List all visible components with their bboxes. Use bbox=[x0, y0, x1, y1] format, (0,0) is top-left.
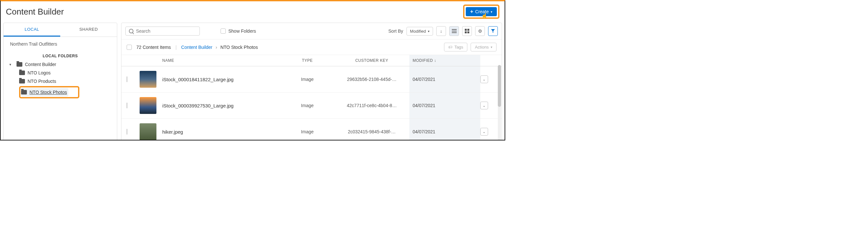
table-row[interactable]: hiker.jpeg Image 2c032415-9845-438f-… 04… bbox=[121, 119, 502, 140]
thumbnail bbox=[140, 71, 156, 88]
cell-modified: 04/07/2021 bbox=[409, 119, 480, 140]
list-icon bbox=[452, 29, 457, 34]
folder-nto-products[interactable]: NTO Products bbox=[19, 77, 113, 85]
folder-label: NTO Logos bbox=[28, 70, 51, 75]
sidebar-tabs: LOCAL SHARED bbox=[4, 23, 117, 37]
thumbnail bbox=[140, 97, 156, 114]
svg-rect-1 bbox=[452, 31, 457, 31]
gear-icon: ⚙ bbox=[478, 29, 482, 34]
cell-name: iStock_000039927530_Large.jpg bbox=[162, 103, 280, 108]
folder-nto-stock-photos[interactable]: NTO Stock Photos bbox=[21, 88, 68, 97]
folder-icon bbox=[17, 62, 22, 67]
chevron-down-icon: ⌄ bbox=[483, 104, 486, 108]
sort-select[interactable]: Modified ▾ bbox=[406, 27, 433, 36]
search-input[interactable] bbox=[136, 29, 196, 34]
row-checkbox[interactable] bbox=[127, 103, 127, 108]
col-name[interactable]: NAME bbox=[162, 58, 280, 63]
svg-rect-4 bbox=[467, 29, 469, 31]
caret-down-icon: ▾ bbox=[491, 10, 492, 13]
row-menu-button[interactable]: ⌄ bbox=[480, 102, 488, 109]
tab-shared[interactable]: SHARED bbox=[60, 23, 117, 37]
create-label: Create bbox=[475, 9, 489, 14]
folder-root[interactable]: ▾ Content Builder bbox=[8, 60, 113, 69]
svg-rect-5 bbox=[465, 31, 467, 33]
row-menu-button[interactable]: ⌄ bbox=[480, 75, 488, 83]
page-header: Content Builder + Create ▾ ☝ bbox=[1, 1, 505, 23]
svg-rect-0 bbox=[452, 29, 457, 30]
caret-down-icon: ▾ bbox=[491, 45, 492, 49]
breadcrumb-root[interactable]: Content Builder bbox=[181, 45, 213, 50]
tags-button[interactable]: 🏷 Tags bbox=[444, 43, 467, 51]
sort-by-label: Sort By bbox=[388, 29, 403, 34]
folders-heading: LOCAL FOLDERS bbox=[4, 51, 117, 60]
org-name: Northern Trail Outfitters bbox=[4, 37, 117, 51]
arrow-down-icon: ↓ bbox=[440, 29, 442, 34]
col-modified[interactable]: MODIFIED ↓ bbox=[409, 55, 480, 66]
svg-rect-2 bbox=[452, 32, 457, 33]
grid-icon bbox=[465, 29, 469, 33]
create-highlight: + Create ▾ ☝ bbox=[463, 4, 499, 19]
divider: | bbox=[176, 45, 177, 50]
col-key[interactable]: CUSTOMER KEY bbox=[334, 58, 409, 63]
search-box[interactable] bbox=[125, 27, 200, 36]
row-checkbox[interactable] bbox=[127, 76, 127, 82]
tag-icon: 🏷 bbox=[448, 45, 453, 49]
folder-icon bbox=[21, 90, 27, 95]
col-type[interactable]: TYPE bbox=[280, 58, 334, 63]
cell-type: Image bbox=[280, 77, 334, 82]
create-button[interactable]: + Create ▾ bbox=[466, 7, 497, 16]
view-list-button[interactable] bbox=[449, 26, 459, 36]
actions-button[interactable]: Actions ▾ bbox=[471, 43, 497, 51]
table-row[interactable]: iStock_000018411822_Large.jpg Image 2963… bbox=[121, 66, 502, 93]
folder-tree: ▾ Content Builder NTO Logos NTO Products bbox=[4, 60, 117, 99]
arrow-down-icon: ↓ bbox=[434, 58, 436, 63]
subheader-actions: 🏷 Tags Actions ▾ bbox=[444, 43, 497, 51]
folder-label: NTO Stock Photos bbox=[29, 90, 67, 95]
svg-rect-3 bbox=[465, 29, 467, 31]
page-title: Content Builder bbox=[6, 7, 64, 17]
checkbox-icon[interactable] bbox=[221, 29, 226, 34]
row-checkbox[interactable] bbox=[127, 129, 127, 135]
chevron-right-icon: › bbox=[216, 45, 217, 50]
toolbar-right: Sort By Modified ▾ ↓ ⚙ bbox=[388, 26, 498, 36]
cell-type: Image bbox=[280, 129, 334, 134]
show-folders-toggle[interactable]: Show Folders bbox=[221, 29, 256, 34]
item-count: 72 Content Items bbox=[136, 45, 171, 50]
main-panel: Show Folders Sort By Modified ▾ ↓ bbox=[121, 23, 502, 140]
search-icon bbox=[129, 29, 133, 33]
cell-key: 42c7711f-ce8c-4b04-8… bbox=[334, 103, 409, 108]
show-folders-label: Show Folders bbox=[228, 29, 256, 34]
cell-modified: 04/07/2021 bbox=[409, 93, 480, 118]
scrollbar[interactable] bbox=[498, 65, 501, 140]
plus-icon: + bbox=[470, 9, 473, 14]
sort-value: Modified bbox=[410, 29, 426, 34]
table-row[interactable]: iStock_000039927530_Large.jpg Image 42c7… bbox=[121, 93, 502, 119]
tags-label: Tags bbox=[455, 45, 463, 49]
breadcrumb-current: NTO Stock Photos bbox=[220, 45, 258, 50]
sidebar: LOCAL SHARED Northern Trail Outfitters L… bbox=[3, 23, 117, 140]
body: LOCAL SHARED Northern Trail Outfitters L… bbox=[1, 23, 505, 140]
view-grid-button[interactable] bbox=[462, 26, 472, 36]
thumbnail bbox=[140, 123, 156, 140]
svg-rect-6 bbox=[467, 31, 469, 33]
tab-local[interactable]: LOCAL bbox=[4, 23, 60, 37]
select-all-checkbox[interactable] bbox=[127, 45, 132, 50]
cell-key: 2c032415-9845-438f-… bbox=[334, 129, 409, 134]
folder-label: NTO Products bbox=[28, 79, 56, 84]
chevron-down-icon: ▾ bbox=[9, 63, 14, 67]
filter-icon bbox=[491, 29, 495, 33]
chevron-down-icon: ⌄ bbox=[483, 130, 486, 134]
folder-nto-logos[interactable]: NTO Logos bbox=[19, 69, 113, 77]
row-menu-button[interactable]: ⌄ bbox=[480, 128, 488, 136]
filter-button[interactable] bbox=[488, 26, 498, 36]
folder-highlight: NTO Stock Photos bbox=[19, 86, 79, 98]
caret-down-icon: ▾ bbox=[428, 30, 430, 33]
folder-icon bbox=[19, 79, 25, 83]
folder-icon bbox=[19, 71, 25, 75]
table-header: NAME TYPE CUSTOMER KEY MODIFIED ↓ bbox=[121, 55, 502, 66]
sort-direction-button[interactable]: ↓ bbox=[436, 26, 446, 36]
scroll-thumb[interactable] bbox=[498, 65, 501, 107]
settings-button[interactable]: ⚙ bbox=[475, 26, 485, 36]
subheader: 72 Content Items | Content Builder › NTO… bbox=[121, 39, 502, 55]
breadcrumb: Content Builder › NTO Stock Photos bbox=[181, 45, 258, 50]
